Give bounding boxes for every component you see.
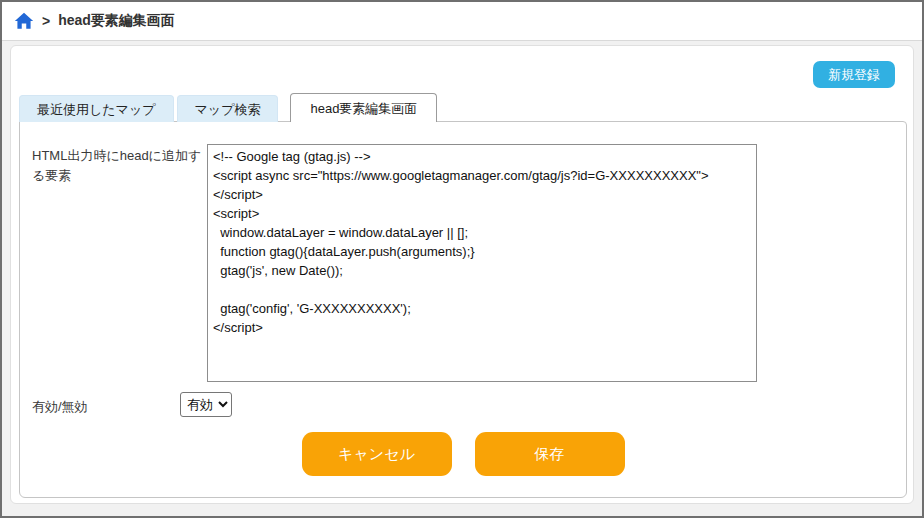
breadcrumb: > head要素編集画面 [2, 2, 922, 41]
action-row: キャンセル 保存 [20, 432, 906, 476]
new-registration-button[interactable]: 新規登録 [813, 61, 895, 88]
status-select[interactable]: 有効 [180, 392, 232, 417]
home-icon[interactable] [14, 11, 34, 31]
tab-recent-maps[interactable]: 最近使用したマップ [19, 95, 174, 122]
tab-content-panel: HTML出力時にheadに追加する要素 <!-- Google tag (gta… [19, 121, 907, 498]
save-button[interactable]: 保存 [475, 432, 625, 476]
page-title: head要素編集画面 [58, 12, 175, 30]
status-label: 有効/無効 [32, 398, 88, 416]
screen: > head要素編集画面 新規登録 最近使用したマップ マップ検索 head要素… [0, 0, 924, 518]
cancel-button[interactable]: キャンセル [302, 432, 452, 476]
head-elements-label: HTML出力時にheadに追加する要素 [32, 146, 214, 186]
breadcrumb-separator: > [42, 13, 50, 29]
tab-bar: 最近使用したマップ マップ検索 head要素編集画面 [19, 93, 437, 122]
tab-head-edit[interactable]: head要素編集画面 [290, 93, 437, 122]
head-elements-textarea[interactable]: <!-- Google tag (gtag.js) --> <script as… [207, 144, 757, 382]
tab-map-search[interactable]: マップ検索 [177, 95, 279, 122]
main-panel: 新規登録 最近使用したマップ マップ検索 head要素編集画面 HTML出力時に… [10, 45, 914, 504]
